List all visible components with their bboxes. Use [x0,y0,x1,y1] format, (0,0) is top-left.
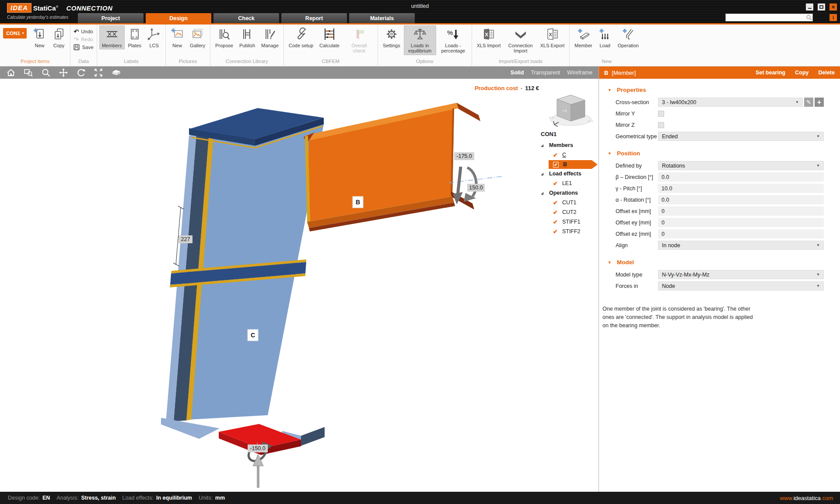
lcs-button[interactable]: LCS [145,25,163,49]
members-button[interactable]: Members [99,25,125,49]
checkbox-checked-icon[interactable]: ✔ [553,181,558,186]
mirror-y-checkbox[interactable] [658,111,664,117]
tree-item-le1[interactable]: ✔ LE1 [541,178,598,188]
wrench-icon [294,28,308,42]
tab-check[interactable]: Check [214,13,279,23]
tree-item-cut2[interactable]: ✔ CUT2 [541,207,598,217]
offset-ey-input[interactable] [658,218,824,227]
manage-button[interactable]: Manage [259,25,281,49]
settings-button[interactable]: Settings [380,25,403,49]
save-button[interactable]: Save [74,43,93,51]
tab-materials[interactable]: Materials [349,13,415,23]
chevron-down-icon: ▼ [816,243,820,247]
new-load-icon [598,28,612,42]
offset-ex-input[interactable] [658,206,824,216]
delete-member-button[interactable]: Delete [818,70,835,76]
new-picture-button[interactable]: New [168,25,186,49]
tree-group-operations[interactable]: ◢ Operations [541,188,598,198]
checkbox-checked-icon[interactable]: ✔ [553,210,558,215]
collapse-icon[interactable]: ▼ [608,260,612,265]
zoom-icon[interactable] [41,68,51,77]
rotate-icon[interactable] [76,68,86,77]
checkbox-checked-icon[interactable]: ✔ [553,229,558,234]
con1-dropdown[interactable]: CON1 ▾ [3,28,27,38]
edit-cross-section-button[interactable]: ✎ [804,98,813,107]
info-button[interactable]: i [830,14,837,21]
gamma-pitch-input[interactable] [658,184,824,193]
expander-icon[interactable]: ◢ [541,172,545,176]
connection-import-button[interactable]: Connection Import [504,25,537,55]
geometrical-type-dropdown[interactable]: Ended ▼ [658,132,824,141]
tree-item-b-selected[interactable]: ✔ B [549,160,598,169]
loads-in-equilibrium-button[interactable]: Loads in equilibrium [404,25,436,55]
set-bearing-button[interactable]: Set bearing [756,70,785,76]
expander-icon[interactable]: ◢ [541,191,545,195]
code-setup-button[interactable]: Code setup [286,25,316,49]
mode-solid[interactable]: Solid [511,70,524,76]
align-dropdown[interactable]: In node ▼ [658,241,824,250]
app-window: IDEA StatiCa® CONNECTION Calculate yeste… [0,0,840,504]
add-cross-section-button[interactable]: + [815,98,824,107]
checkbox-checked-icon[interactable]: ✔ [553,152,558,158]
plates-button[interactable]: Plates [126,25,144,49]
checkbox-checked-icon[interactable]: ✔ [553,219,558,225]
propose-button[interactable]: Propose [213,25,236,49]
zoom-fit-icon[interactable] [94,68,103,77]
copy-item-button[interactable]: Copy [49,25,68,49]
website-link[interactable]: www.ideastatica.com [780,495,833,501]
new-item-button[interactable]: New [30,25,49,49]
minimize-button[interactable] [806,4,813,10]
app-logo: IDEA StatiCa® CONNECTION [7,3,112,13]
forces-in-dropdown[interactable]: Node ▼ [658,281,824,290]
cross-section-dropdown[interactable]: 3 - Iw400x200 ▼ [658,98,803,107]
tab-project[interactable]: Project [78,13,144,23]
mode-transparent[interactable]: Transparent [531,70,560,76]
tree-item-cut1[interactable]: ✔ CUT1 [541,198,598,207]
defined-by-dropdown[interactable]: Rotations ▼ [658,161,824,170]
search-input[interactable] [726,14,805,21]
connection-import-icon [514,28,527,42]
checkbox-checked-icon[interactable]: ✔ [553,200,558,206]
loads-percentage-button[interactable]: % Loads - percentage [437,25,469,55]
tree-item-stiff2[interactable]: ✔ STIFF2 [541,227,598,236]
tree-group-load-effects[interactable]: ◢ Load effects [541,169,598,178]
undo-button[interactable]: ↶ Undo [74,28,93,35]
tree-root-con1[interactable]: CON1 [541,131,598,140]
expander-icon[interactable]: ◢ [541,144,545,147]
beta-direction-input[interactable] [658,172,824,182]
xls-export-button[interactable]: X XLS Export [538,25,567,49]
tab-design[interactable]: Design [146,13,211,23]
home-view-icon[interactable] [6,68,16,77]
gallery-button[interactable]: Gallery [187,25,208,49]
mode-wireframe[interactable]: Wireframe [567,70,592,76]
close-button[interactable]: ✕ [830,4,837,10]
3d-canvas[interactable]: -175.0 150.0 227 -150.0 [0,79,598,492]
new-load-button[interactable]: Load [596,25,614,49]
pan-icon[interactable] [59,68,68,77]
calculate-button[interactable]: Calculate [317,25,342,49]
tree-item-stiff1[interactable]: ✔ STIFF1 [541,217,598,227]
row-geometrical-type: Geometrical type Ended ▼ [599,131,840,142]
collapse-icon[interactable]: ▼ [608,88,612,92]
collapse-icon[interactable]: ▼ [608,151,612,156]
checkbox-checked-icon[interactable]: ✔ [553,162,559,168]
view-cube[interactable]: +Y [548,91,594,132]
offset-ez-input[interactable] [658,229,824,238]
redo-button[interactable]: ↷ Redo [74,35,93,43]
xls-import-button[interactable]: X XLS Import [474,25,504,49]
mirror-z-checkbox[interactable] [658,122,664,128]
tree-item-c[interactable]: ✔ C [541,150,598,160]
alpha-rotation-input[interactable] [658,195,824,204]
copy-member-button[interactable]: Copy [795,70,808,76]
maximize-button[interactable] [818,4,825,10]
zoom-window-icon[interactable] [24,68,33,77]
model-type-dropdown[interactable]: N-Vy-Vz-Mx-My-Mz ▼ [658,270,824,279]
new-member-button[interactable]: Member [572,25,595,49]
solid-view-icon[interactable] [111,68,122,77]
tree-group-members[interactable]: ◢ Members [541,140,598,150]
publish-button[interactable]: Publish [237,25,258,49]
overall-check-button[interactable]: Overall check [343,25,375,55]
status-units: Units:mm [199,495,225,501]
tab-report[interactable]: Report [281,13,347,23]
new-operation-button[interactable]: Operation [615,25,641,49]
